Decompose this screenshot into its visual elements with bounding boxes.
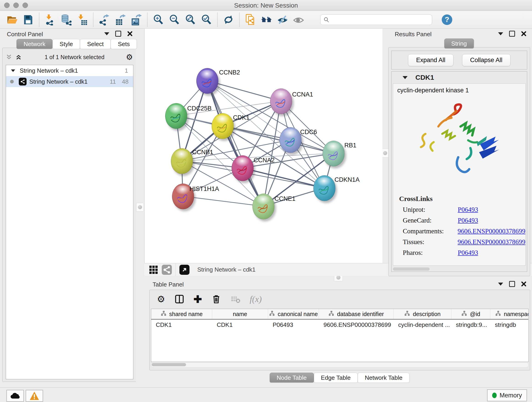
table-row[interactable]: CDK1CDK1P064939606.ENSP00000378699cyclin…	[151, 319, 528, 330]
expand-all-tree-icon[interactable]	[15, 54, 22, 60]
column-header-name[interactable]: name	[212, 309, 268, 319]
network-canvas[interactable]: CCNB2CCNA1CDC25BCDK1CDC6RB1CCNB1CCNA2CDK…	[144, 29, 382, 263]
bottom-splitter[interactable]	[144, 276, 532, 280]
cell-canonical-name[interactable]: P06493	[268, 319, 319, 330]
export-table-icon[interactable]	[114, 13, 127, 26]
close-panel-icon[interactable]	[127, 31, 133, 36]
node-CCNB1[interactable]	[171, 148, 193, 174]
home-networks-icon[interactable]	[260, 13, 273, 26]
float-panel-icon[interactable]	[498, 32, 503, 35]
show-all-icon[interactable]	[292, 13, 305, 26]
maximize-panel-icon[interactable]	[509, 31, 515, 37]
entry-header[interactable]: CDK1	[392, 71, 527, 83]
node-CDC25B[interactable]	[165, 103, 187, 129]
birds-eye-view-icon[interactable]	[179, 265, 190, 275]
node-CDC6[interactable]	[279, 127, 302, 153]
refresh-icon[interactable]	[222, 13, 235, 26]
right-splitter-handle[interactable]	[381, 149, 389, 157]
search-input[interactable]	[330, 16, 429, 23]
column-header-shared-name[interactable]: shared name	[151, 309, 212, 319]
maximize-panel-icon[interactable]	[115, 31, 121, 37]
cell-shared-name[interactable]: CDK1	[151, 319, 212, 330]
export-network-icon[interactable]	[98, 13, 111, 26]
add-column-plus-icon[interactable]: ✚	[194, 293, 202, 305]
zoom-in-icon[interactable]	[152, 13, 165, 26]
tab-network[interactable]: Network	[17, 39, 52, 49]
crosslink-link[interactable]: P06493	[458, 249, 478, 256]
entry-expander-icon[interactable]	[403, 76, 408, 79]
table-hscrollbar[interactable]	[151, 362, 529, 367]
column-header-database-identifier[interactable]: database identifier	[319, 309, 394, 319]
node-CCNA1[interactable]	[270, 89, 292, 114]
node-CDKN1A[interactable]	[313, 175, 336, 201]
tab-string[interactable]: String	[444, 38, 474, 48]
show-columns-icon[interactable]	[174, 294, 184, 304]
save-session-icon[interactable]	[22, 13, 35, 26]
expand-all-button[interactable]: Expand All	[408, 54, 453, 66]
cell--id[interactable]: stringdb:9...	[451, 319, 490, 330]
close-panel-icon[interactable]	[521, 281, 526, 287]
right-splitter[interactable]	[382, 29, 388, 276]
cloud-button[interactable]	[6, 390, 24, 402]
network-row-selected[interactable]: String Network – cdk1 11 48	[6, 76, 133, 87]
cell-description[interactable]: cyclin-dependent ...	[394, 319, 451, 330]
column-header-label: description	[413, 311, 441, 317]
node-CCNB2[interactable]	[196, 68, 218, 94]
tab-node-table[interactable]: Node Table	[270, 373, 314, 383]
warning-button[interactable]	[26, 390, 43, 402]
hide-selected-icon[interactable]	[276, 13, 289, 26]
share-view-icon[interactable]	[162, 265, 172, 275]
cell-database-identifier[interactable]: 9606.ENSP00000378699	[319, 319, 394, 330]
edge-HIST1H1A-CCNE1[interactable]	[183, 196, 263, 206]
cell-namespace[interactable]: stringdb	[490, 319, 529, 330]
tab-select[interactable]: Select	[80, 39, 111, 49]
warning-icon	[29, 391, 39, 400]
float-panel-icon[interactable]	[498, 283, 503, 286]
tab-style[interactable]: Style	[52, 39, 80, 49]
tab-edge-table[interactable]: Edge Table	[314, 373, 358, 383]
network-options-gear-icon[interactable]: ⚙	[126, 52, 133, 62]
crosslink-link[interactable]: 9606.ENSP00000378699	[457, 238, 525, 246]
column-header-namespace[interactable]: namespace	[490, 309, 529, 319]
export-image-icon[interactable]	[130, 13, 143, 26]
crosslink-link[interactable]: P06493	[458, 206, 478, 213]
table-options-gear-icon[interactable]: ⚙	[157, 294, 165, 304]
crosslink-link[interactable]: 9606.ENSP00000378699	[457, 227, 525, 235]
tab-sets[interactable]: Sets	[111, 39, 137, 49]
grid-view-icon[interactable]	[149, 266, 158, 274]
close-panel-icon[interactable]	[521, 31, 526, 36]
crosslink-link[interactable]: P06493	[458, 217, 478, 224]
open-session-icon[interactable]	[6, 13, 19, 26]
left-splitter[interactable]	[136, 29, 144, 382]
cell-name[interactable]: CDK1	[212, 319, 268, 330]
table-hscrollbar-thumb[interactable]	[152, 363, 186, 366]
node-label-CCNA1: CCNA1	[292, 91, 313, 98]
string-protein-query-icon[interactable]	[244, 13, 257, 26]
node-CCNA2[interactable]	[232, 155, 254, 181]
collection-expander-icon[interactable]	[11, 70, 15, 72]
maximize-panel-icon[interactable]	[509, 281, 515, 287]
column-header--id[interactable]: @id	[451, 309, 490, 319]
node-RB1[interactable]	[323, 141, 345, 166]
delete-column-trash-icon[interactable]	[211, 294, 221, 304]
zoom-fit-icon[interactable]	[184, 13, 197, 26]
column-header-canonical-name[interactable]: canonical name	[268, 309, 319, 319]
collapse-all-button[interactable]: Collapse All	[462, 54, 510, 66]
column-header-description[interactable]: description	[394, 309, 451, 319]
memory-button[interactable]: Memory	[487, 389, 527, 401]
zoom-selected-icon[interactable]	[200, 13, 213, 26]
zoom-out-icon[interactable]	[168, 13, 181, 26]
node-CDK1[interactable]	[212, 113, 234, 139]
network-collection-row[interactable]: String Network – cdk1 1	[6, 65, 133, 76]
import-network-from-database-icon[interactable]	[60, 13, 73, 26]
float-panel-icon[interactable]	[104, 32, 109, 35]
tab-network-table[interactable]: Network Table	[358, 373, 409, 383]
node-CCNE1[interactable]	[253, 194, 274, 219]
import-network-icon[interactable]	[44, 13, 57, 26]
import-table-icon[interactable]	[76, 13, 89, 26]
help-icon[interactable]: ?	[442, 14, 452, 25]
entry-scrollbar-thumb[interactable]	[393, 268, 430, 271]
left-splitter-handle[interactable]	[136, 203, 144, 211]
collapse-all-tree-icon[interactable]	[6, 54, 12, 60]
window-title: Session: New Session	[0, 2, 532, 9]
